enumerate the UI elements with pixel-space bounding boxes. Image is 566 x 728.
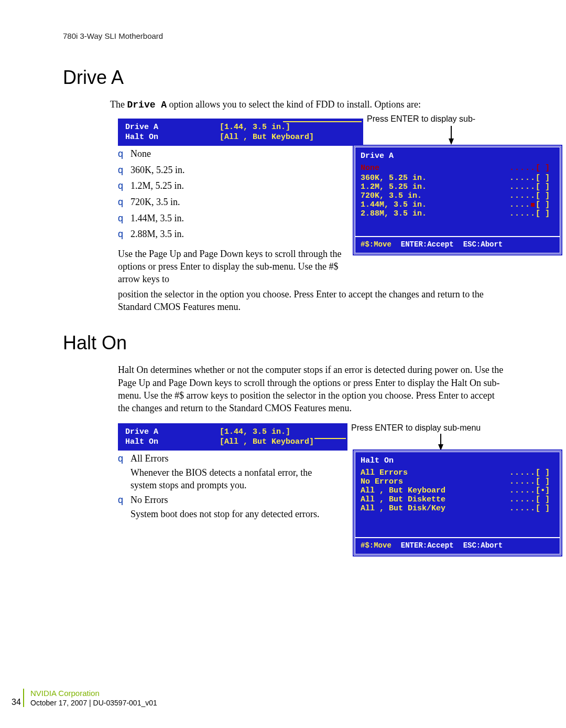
key-move-2: #$:Move [361, 541, 391, 550]
bios-val-halt-on: [All , But Keyboard] [220, 133, 314, 142]
opt-720k[interactable]: 720K, 3.5 in. [361, 191, 509, 200]
bios-val-halt-on-2: [All , But Keyboard] [220, 437, 314, 446]
submenu-keybar-2: #$:Move ENTER:Accept ESC:Abort [355, 537, 560, 554]
bullet-marker: q [118, 451, 123, 467]
annot-drive-a: Press ENTER to display sub- [367, 114, 475, 124]
bullet-all-errors-desc: Whenever the BIOS detects a nonfatal err… [130, 466, 338, 492]
halt-on-bullets: q All Errors Whenever the BIOS detects a… [118, 451, 338, 521]
callout-line-2 [314, 438, 346, 439]
callout-line [283, 121, 362, 122]
bios-label-drive-a-2: Drive A [125, 427, 220, 436]
bullet-marker: q [118, 162, 123, 178]
submenu-drive-a[interactable]: Drive A None..... [ ] 360K, 5.25 in.....… [354, 146, 561, 254]
opt-all-errors[interactable]: All Errors [361, 468, 509, 477]
footer-block: NVIDIA Corporation October 17, 2007 | DU… [23, 689, 366, 707]
opt-1-2m[interactable]: 1.2M, 5.25 in. [361, 183, 509, 191]
opt-mark: [ ] [536, 174, 554, 183]
opt-but-diskette[interactable]: All , But Diskette [361, 495, 509, 504]
submenu-halt-on[interactable]: Halt On All Errors..... [ ] No Errors...… [354, 451, 561, 555]
opt-mark: [ ] [536, 209, 554, 218]
bullet-no-errors: No Errors [130, 492, 319, 508]
submenu-title-2: Halt On [355, 452, 560, 468]
key-move: #$:Move [361, 240, 391, 249]
bullet-1-2m: 1.2M, 5.25 in. [130, 178, 184, 194]
footer-date: October 17, 2007 | DU-03597-001_v01 [30, 699, 366, 707]
drive-a-wrap-text: Use the Page Up and Page Down keys to sc… [118, 248, 343, 286]
halt-on-para: Halt On determines whether or not the co… [118, 363, 508, 414]
submenu-title: Drive A [355, 147, 560, 164]
drive-a-after: position the selector in the option you … [118, 288, 508, 314]
bullet-marker: q [118, 210, 123, 227]
bios-label-halt-on-2: Halt On [125, 437, 220, 446]
bios-val-drive-a-2: [1.44, 3.5 in.] [220, 427, 290, 436]
bios-label-halt-on: Halt On [125, 133, 220, 142]
opt-mark: [ ] [536, 164, 554, 173]
arrow-down-icon-2 [438, 444, 443, 451]
bios-val-drive-a: [1.44, 3.5 in.] [220, 123, 290, 132]
key-accept: ENTER:Accept [401, 240, 454, 249]
bios-settings-drive-a: Drive A[1.44, 3.5 in.] Halt On[All , But… [118, 119, 363, 146]
bios-label-drive-a: Drive A [125, 123, 220, 132]
opt-mark: [ ] [536, 495, 554, 504]
intro-post: option allows you to select the kind of … [167, 99, 421, 110]
bullet-no-errors-desc: System boot does not stop for any detect… [130, 508, 319, 520]
opt-none[interactable]: None [361, 164, 509, 173]
drive-a-intro: The Drive A option allows you to select … [110, 98, 508, 111]
page-number: 34 [12, 698, 21, 707]
bios-settings-halt-on: Drive A[1.44, 3.5 in.] Halt On[All , But… [118, 423, 347, 451]
opt-2-88m[interactable]: 2.88M, 3.5 in. [361, 209, 509, 218]
selected-marker [531, 203, 535, 207]
arrow-stem [451, 126, 452, 138]
submenu-keybar: #$:Move ENTER:Accept ESC:Abort [355, 236, 560, 253]
opt-but-disk-key[interactable]: All , But Disk/Key [361, 504, 509, 513]
opt-mark: [ ] [536, 477, 554, 486]
opt-mark: [ ] [536, 200, 554, 209]
opt-mark: [ ] [536, 504, 554, 513]
intro-pre: The [110, 99, 127, 110]
key-accept-2: ENTER:Accept [401, 541, 454, 550]
bullet-all-errors: All Errors [130, 451, 338, 467]
key-abort-2: ESC:Abort [463, 541, 503, 550]
bullet-720k: 720K, 3.5 in. [130, 194, 180, 210]
header-product: 780i 3-Way SLI Motherboard [63, 31, 514, 40]
bullet-marker: q [118, 194, 123, 210]
opt-mark: [ ] [536, 468, 554, 477]
opt-mark: [ ] [536, 191, 554, 200]
bullet-marker: q [118, 226, 123, 242]
heading-drive-a: Drive A [63, 67, 514, 89]
opt-360k[interactable]: 360K, 5.25 in. [361, 174, 509, 183]
bullet-2-88m: 2.88M, 3.5 in. [130, 226, 184, 242]
arrow-stem-2 [440, 434, 441, 444]
opt-no-errors[interactable]: No Errors [361, 477, 509, 486]
arrow-down-icon [449, 138, 454, 145]
opt-mark: [▪] [536, 486, 554, 495]
opt-mark: [ ] [536, 183, 554, 191]
annot-halt-on: Press ENTER to display sub-menu [351, 423, 481, 433]
opt-but-keyboard[interactable]: All , But Keyboard [361, 486, 509, 495]
bullet-360k: 360K, 5.25 in. [130, 162, 185, 178]
bullet-marker: q [118, 146, 123, 162]
bullet-marker: q [118, 178, 123, 194]
intro-code: Drive A [127, 100, 167, 110]
bullet-none: None [130, 146, 151, 162]
heading-halt-on: Halt On [63, 332, 514, 354]
bullet-marker: q [118, 492, 123, 508]
footer-corp: NVIDIA Corporation [30, 689, 366, 698]
bullet-1-44m: 1.44M, 3.5 in. [130, 210, 184, 227]
key-abort: ESC:Abort [463, 240, 503, 249]
opt-1-44m[interactable]: 1.44M, 3.5 in. [361, 200, 509, 209]
